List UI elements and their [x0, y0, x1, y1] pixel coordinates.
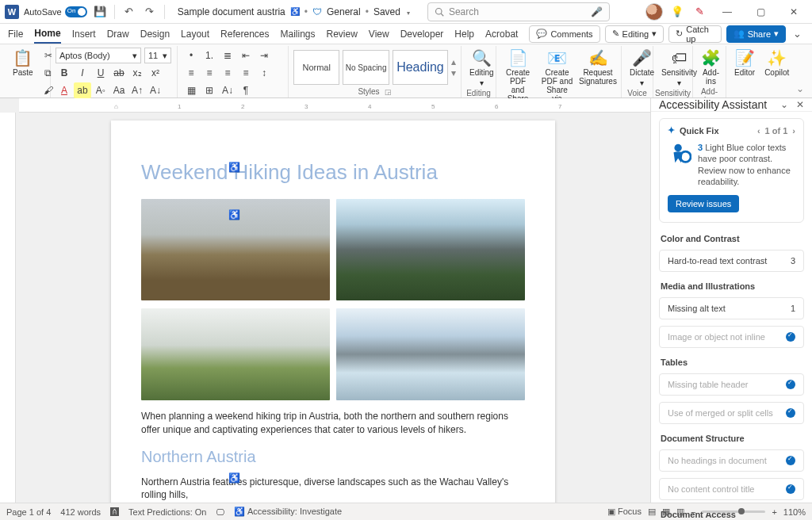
maximize-button[interactable]: ▢ — [747, 1, 774, 23]
tab-design[interactable]: Design — [140, 25, 170, 43]
document-title[interactable]: Sample document austria ♿ • 🛡 General • … — [178, 6, 410, 17]
autosave-toggle[interactable]: AutoSave — [24, 6, 87, 17]
image-lake-reflection[interactable] — [336, 308, 525, 400]
issue-table-header[interactable]: Missing table header — [659, 373, 804, 396]
issue-image-inline[interactable]: Image or object not inline — [659, 326, 804, 348]
paste-button[interactable]: 📋Paste — [10, 48, 36, 78]
line-spacing-button[interactable]: ↕ — [255, 65, 273, 81]
status-display-icon[interactable]: 🖵 — [216, 507, 224, 517]
issue-no-headings[interactable]: No headings in document — [659, 449, 804, 472]
issue-missing-alt[interactable]: Missing alt text1 — [659, 297, 804, 319]
subscript-button[interactable]: x₂ — [128, 65, 146, 81]
quickfix-next-icon[interactable]: › — [792, 126, 795, 136]
zoom-slider[interactable] — [702, 510, 765, 513]
status-language-icon[interactable]: 🅰 — [110, 507, 119, 517]
ribbon-options-icon[interactable]: ⌄ — [793, 46, 807, 98]
review-issues-button[interactable]: Review issues — [668, 195, 739, 212]
show-marks-button[interactable]: ¶ — [237, 82, 255, 98]
panel-dropdown-icon[interactable]: ⌄ — [780, 99, 788, 110]
shrink-font-button[interactable]: A↓ — [147, 82, 164, 98]
lightbulb-icon[interactable]: 💡 — [669, 4, 685, 20]
editor-button[interactable]: 📝Editor — [731, 48, 758, 78]
justify-button[interactable]: ≡ — [237, 65, 255, 81]
horizontal-ruler[interactable]: ⌂ 1 2 3 4 5 6 7 — [19, 98, 650, 113]
view-read-icon[interactable]: ▦ — [662, 507, 670, 517]
style-normal[interactable]: Normal — [293, 50, 339, 85]
view-web-icon[interactable]: ▥ — [676, 507, 684, 517]
editing-mode-button[interactable]: ✎ Editing ▾ — [605, 25, 665, 43]
request-signatures-button[interactable]: ✍Request Signatures — [580, 48, 616, 87]
style-nospacing[interactable]: No Spacing — [343, 50, 389, 85]
issue-text-contrast[interactable]: Hard-to-read text contrast3 — [659, 250, 804, 272]
zoom-level[interactable]: 110% — [783, 507, 806, 517]
panel-close-icon[interactable]: ✕ — [796, 99, 804, 110]
multilevel-button[interactable]: ≣ — [219, 48, 236, 63]
bold-button[interactable]: B — [56, 65, 73, 81]
superscript-button[interactable]: x² — [147, 65, 164, 81]
addins-button[interactable]: 🧩Add-ins — [698, 48, 724, 87]
share-button[interactable]: 👥 Share ▾ — [726, 25, 786, 43]
font-size-combo[interactable]: 11▾ — [144, 48, 171, 63]
tab-draw[interactable]: Draw — [107, 25, 129, 43]
document-page[interactable]: Weekend Hiking Ideas in Austria When pla… — [111, 120, 555, 503]
copilot-button[interactable]: ✨Copilot — [761, 48, 792, 78]
tab-acrobat[interactable]: Acrobat — [485, 25, 518, 43]
highlight-button[interactable]: ab — [74, 82, 91, 98]
mic-icon[interactable]: 🎤 — [591, 6, 603, 17]
close-button[interactable]: ✕ — [780, 1, 807, 23]
search-input[interactable]: Search 🎤 — [427, 2, 610, 21]
image-alpine-valley[interactable] — [336, 199, 525, 300]
vertical-ruler[interactable] — [0, 113, 16, 503]
align-left-button[interactable]: ≡ — [182, 65, 200, 81]
font-color-button[interactable]: A — [56, 82, 73, 98]
style-heading1[interactable]: Heading — [393, 50, 448, 85]
grow-font-button[interactable]: A↑ — [128, 82, 146, 98]
styles-scroll-down-icon[interactable]: ▾ — [451, 67, 456, 78]
image-hikers-meadow[interactable] — [141, 308, 330, 400]
italic-button[interactable]: I — [74, 65, 91, 81]
zoom-out-button[interactable]: − — [691, 507, 695, 517]
shading-button[interactable]: ▦ — [182, 82, 200, 98]
tab-developer[interactable]: Developer — [400, 25, 444, 43]
pen-icon[interactable]: ✎ — [691, 4, 707, 20]
status-accessibility[interactable]: ♿ Accessibility: Investigate — [234, 507, 342, 517]
status-words[interactable]: 412 words — [60, 507, 101, 517]
tab-home[interactable]: Home — [34, 25, 60, 44]
accessibility-anchor-icon[interactable]: ♿ — [228, 209, 240, 220]
catchup-button[interactable]: ↻ Catch up — [668, 25, 721, 43]
align-center-button[interactable]: ≡ — [201, 65, 218, 81]
tab-review[interactable]: Review — [327, 25, 358, 43]
issue-content-control[interactable]: No content control title — [659, 478, 804, 500]
increase-indent-button[interactable]: ⇥ — [255, 48, 273, 63]
document-scroll[interactable]: ♿ ♿ ♿ Weekend Hiking Ideas in Austria — [16, 113, 650, 503]
status-page[interactable]: Page 1 of 4 — [6, 507, 51, 517]
strike-button[interactable]: ab — [110, 65, 128, 81]
decrease-indent-button[interactable]: ⇤ — [237, 48, 255, 63]
minimize-button[interactable]: — — [714, 1, 741, 23]
quickfix-prev-icon[interactable]: ‹ — [757, 126, 760, 136]
align-right-button[interactable]: ≡ — [219, 65, 236, 81]
tab-view[interactable]: View — [369, 25, 389, 43]
editing-dropdown[interactable]: 🔍Editing▾ — [466, 48, 497, 89]
redo-icon[interactable]: ↷ — [142, 4, 158, 20]
tab-insert[interactable]: Insert — [72, 25, 96, 43]
underline-button[interactable]: U — [92, 65, 109, 81]
user-avatar[interactable] — [645, 3, 663, 21]
accessibility-anchor-icon[interactable]: ♿ — [228, 472, 240, 484]
text-effects-button[interactable]: A◦ — [92, 82, 109, 98]
bullets-button[interactable]: • — [182, 48, 200, 63]
chevron-down-icon[interactable] — [405, 6, 410, 17]
borders-button[interactable]: ⊞ — [201, 82, 218, 98]
issue-merged-cells[interactable]: Use of merged or split cells — [659, 402, 804, 424]
save-icon[interactable]: 💾 — [92, 4, 108, 20]
collapse-ribbon-icon[interactable]: ⌄ — [791, 26, 804, 42]
font-name-combo[interactable]: Aptos (Body)▾ — [56, 48, 141, 63]
focus-mode-button[interactable]: ▣ Focus — [607, 507, 642, 517]
tab-references[interactable]: References — [220, 25, 269, 43]
sort-button[interactable]: A↓ — [219, 82, 236, 98]
tab-file[interactable]: File — [8, 25, 23, 43]
styles-scroll-up-icon[interactable]: ▴ — [451, 56, 456, 67]
accessibility-anchor-icon[interactable]: ♿ — [228, 162, 240, 173]
comments-button[interactable]: 💬 Comments — [529, 25, 599, 43]
tab-mailings[interactable]: Mailings — [280, 25, 315, 43]
